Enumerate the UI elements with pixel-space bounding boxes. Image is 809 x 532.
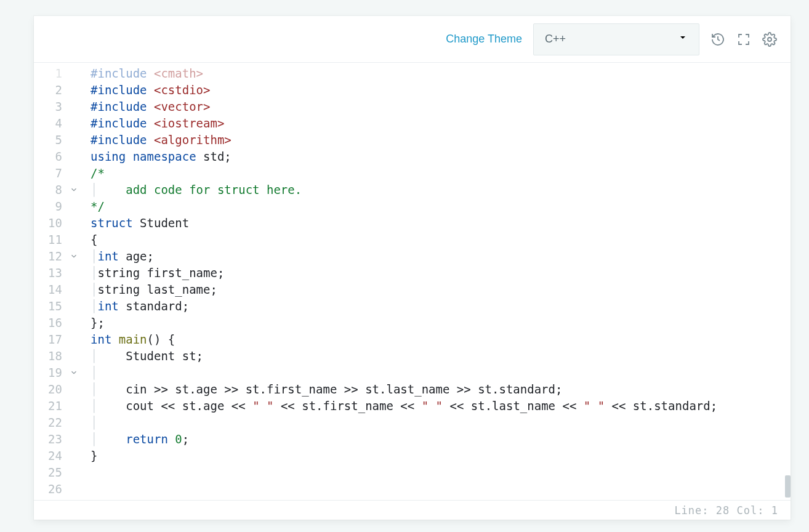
code-line[interactable]: #include <cmath> (91, 65, 791, 82)
code-area[interactable]: 1234567891011121314151617181920212223242… (34, 63, 791, 500)
code-editor-card: Change Theme C++ 12345678910111213141516… (34, 16, 791, 520)
line-number: 10 (34, 215, 91, 232)
code-line[interactable]: }; (91, 315, 791, 331)
line-number: 9 (34, 198, 91, 215)
status-line-value: 28 (716, 504, 730, 517)
line-number: 4 (34, 115, 91, 132)
line-number: 6 (34, 148, 91, 165)
code-line[interactable]: using namespace std; (91, 148, 791, 165)
svg-point-0 (768, 38, 771, 41)
line-number: 13 (34, 265, 91, 281)
line-number: 19 (34, 365, 91, 381)
code-line[interactable]: │ add code for struct here. (91, 182, 791, 198)
language-select[interactable]: C++ (533, 23, 699, 55)
line-number: 18 (34, 348, 91, 365)
chevron-down-icon (678, 33, 688, 46)
line-number: 1 (34, 65, 91, 82)
line-number: 23 (34, 431, 91, 448)
fold-toggle-icon[interactable] (70, 366, 78, 382)
code-content[interactable]: #include <cmath>#include <cstdio>#includ… (91, 63, 791, 500)
settings-icon[interactable] (762, 32, 777, 47)
code-line[interactable]: │ cin >> st.age >> st.first_name >> st.l… (91, 381, 791, 398)
status-col-label: Col: (737, 504, 765, 517)
line-number: 11 (34, 232, 91, 248)
line-number: 2 (34, 82, 91, 99)
change-theme-link[interactable]: Change Theme (446, 33, 522, 46)
scrollbar-vertical[interactable] (785, 475, 791, 498)
line-number: 3 (34, 99, 91, 115)
code-line[interactable]: #include <algorithm> (91, 132, 791, 148)
line-number: 14 (34, 281, 91, 298)
history-icon[interactable] (710, 32, 725, 47)
editor-toolbar: Change Theme C++ (34, 16, 791, 63)
code-line[interactable]: /* (91, 165, 791, 182)
code-line[interactable]: #include <vector> (91, 99, 791, 115)
language-select-value: C++ (545, 33, 566, 46)
status-bar: Line: 28 Col: 1 (34, 500, 791, 520)
code-line[interactable]: */ (91, 198, 791, 215)
line-number: 24 (34, 448, 91, 464)
code-line[interactable]: │ (91, 414, 791, 431)
code-line[interactable]: } (91, 448, 791, 464)
code-line[interactable]: struct Student (91, 215, 791, 232)
fold-toggle-icon[interactable] (70, 249, 78, 266)
line-number: 21 (34, 398, 91, 414)
fold-toggle-icon[interactable] (70, 183, 78, 200)
line-number: 7 (34, 165, 91, 182)
line-number-gutter: 1234567891011121314151617181920212223242… (34, 63, 91, 500)
line-number: 22 (34, 414, 91, 431)
code-line[interactable]: #include <cstdio> (91, 82, 791, 99)
code-line[interactable]: │string first_name; (91, 265, 791, 281)
code-line[interactable]: │ return 0; (91, 431, 791, 448)
code-line[interactable]: int main() { (91, 331, 791, 348)
status-line-label: Line: (674, 504, 709, 517)
line-number: 25 (34, 464, 91, 481)
line-number: 20 (34, 381, 91, 398)
line-number: 5 (34, 132, 91, 148)
line-number: 26 (34, 481, 91, 498)
code-line[interactable]: │ cout << st.age << " " << st.first_name… (91, 398, 791, 414)
code-line[interactable]: │ Student st; (91, 348, 791, 365)
status-col-value: 1 (771, 504, 778, 517)
line-number: 15 (34, 298, 91, 315)
fullscreen-icon[interactable] (736, 32, 751, 47)
line-number: 16 (34, 315, 91, 331)
code-line[interactable]: │int age; (91, 248, 791, 265)
code-line[interactable]: │string last_name; (91, 281, 791, 298)
code-line[interactable]: { (91, 232, 791, 248)
line-number: 8 (34, 182, 91, 198)
code-line[interactable]: │ (91, 365, 791, 381)
code-line[interactable]: #include <iostream> (91, 115, 791, 132)
line-number: 12 (34, 248, 91, 265)
line-number: 17 (34, 331, 91, 348)
code-line[interactable]: │int standard; (91, 298, 791, 315)
